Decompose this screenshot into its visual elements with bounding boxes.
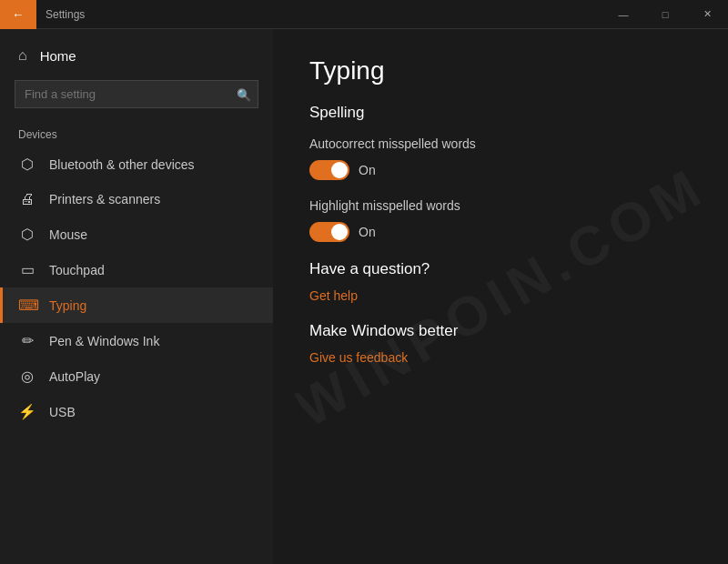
sidebar-label-typing: Typing [49,298,86,313]
mouse-icon: ⬡ [18,226,36,243]
close-button[interactable]: ✕ [686,0,728,29]
sidebar-section-label: Devices [0,123,273,146]
sidebar-label-mouse: Mouse [49,227,87,242]
sidebar-home-label: Home [40,48,76,64]
autocorrect-label: Autocorrect misspelled words [309,136,692,151]
search-input[interactable] [15,80,258,108]
sidebar-item-mouse[interactable]: ⬡ Mouse [0,217,273,252]
highlight-label: Highlight misspelled words [309,198,692,213]
sidebar-label-printers: Printers & scanners [49,192,160,206]
sidebar-item-touchpad[interactable]: ▭ Touchpad [0,252,273,287]
sidebar: ⌂ Home 🔍 Devices ⬡ Bluetooth & other dev… [0,29,273,564]
get-help-link[interactable]: Get help [309,288,358,303]
sidebar-label-autoplay: AutoPlay [49,369,100,384]
question-title: Have a question? [309,260,692,278]
sidebar-item-printers[interactable]: 🖨 Printers & scanners [0,182,273,217]
titlebar-left: ← Settings [0,0,85,29]
autocorrect-toggle-row: On [309,160,692,180]
sidebar-label-pen: Pen & Windows Ink [49,334,159,348]
highlight-toggle-row: On [309,222,692,242]
sidebar-label-touchpad: Touchpad [49,263,105,277]
touchpad-icon: ▭ [18,261,36,278]
sidebar-item-autoplay[interactable]: ◎ AutoPlay [0,358,273,394]
highlight-state: On [359,225,376,239]
app-body: ⌂ Home 🔍 Devices ⬡ Bluetooth & other dev… [0,29,728,564]
typing-icon: ⌨ [18,297,36,314]
highlight-toggle[interactable] [309,222,349,242]
minimize-button[interactable]: — [602,0,644,29]
spelling-section-title: Spelling [309,104,692,122]
usb-icon: ⚡ [18,403,36,420]
back-icon: ← [12,7,25,22]
bluetooth-icon: ⬡ [18,156,36,173]
sidebar-item-usb[interactable]: ⚡ USB [0,394,273,429]
pen-icon: ✏ [18,332,36,349]
make-better-title: Make Windows better [309,322,692,340]
search-icon: 🔍 [237,87,251,101]
maximize-button[interactable]: □ [644,0,686,29]
sidebar-item-bluetooth[interactable]: ⬡ Bluetooth & other devices [0,146,273,182]
back-button[interactable]: ← [0,0,36,29]
sidebar-item-pen[interactable]: ✏ Pen & Windows Ink [0,323,273,358]
titlebar: ← Settings — □ ✕ [0,0,728,29]
sidebar-label-bluetooth: Bluetooth & other devices [49,157,195,172]
page-title: Typing [309,56,692,86]
search-box: 🔍 [15,80,258,108]
feedback-link[interactable]: Give us feedback [309,350,408,365]
autoplay-icon: ◎ [18,368,36,385]
app-title: Settings [46,8,85,21]
sidebar-label-usb: USB [49,405,76,419]
autocorrect-toggle[interactable] [309,160,349,180]
printer-icon: 🖨 [18,191,36,207]
home-icon: ⌂ [18,47,27,64]
sidebar-item-home[interactable]: ⌂ Home [0,38,273,73]
content-area: WINPOIN.COM Typing Spelling Autocorrect … [273,29,728,564]
autocorrect-state: On [359,163,376,177]
window-controls: — □ ✕ [602,0,728,29]
sidebar-item-typing[interactable]: ⌨ Typing [0,287,273,323]
